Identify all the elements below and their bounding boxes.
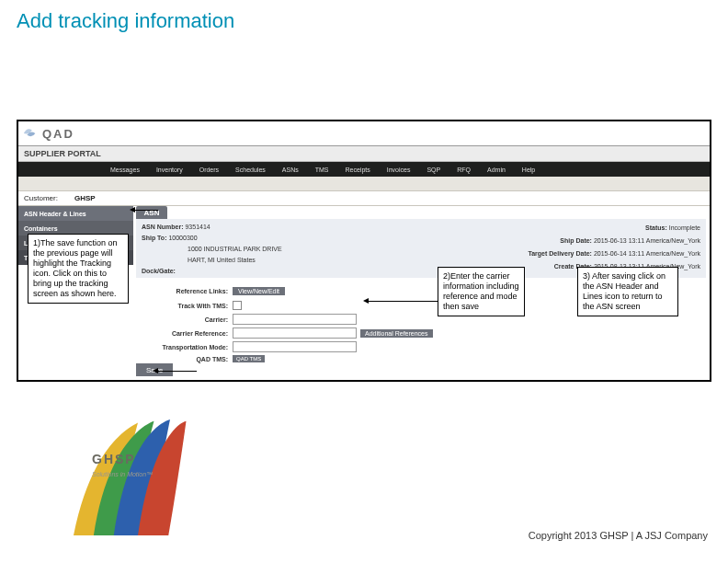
slide-title: Add tracking information: [17, 9, 234, 33]
qad-wordmark: QAD: [42, 127, 74, 141]
asn-tab[interactable]: ASN: [136, 206, 167, 219]
additional-references-button[interactable]: Additional References: [360, 329, 433, 338]
menu-messages[interactable]: Messages: [110, 167, 140, 173]
callout-2: 2)Enter the carrier information includin…: [438, 267, 525, 316]
carrier-input[interactable]: [233, 314, 357, 325]
arrow-to-save: [158, 371, 197, 372]
customer-value: GHSP: [74, 194, 96, 202]
ghsp-logo-text: GHSP: [92, 452, 136, 466]
menu-tms[interactable]: TMS: [315, 167, 329, 173]
supplier-portal-label: SUPPLIER PORTAL: [18, 146, 710, 162]
view-new-edit-button[interactable]: View/New/Edit: [233, 287, 285, 295]
arrow-to-carrier: [369, 301, 438, 302]
asn-left-block: ASN Number: 9351414 Ship To: 10000300 10…: [142, 222, 282, 277]
carrier-reference-label: Carrier Reference:: [136, 330, 233, 337]
track-with-tms-label: Track With TMS:: [136, 303, 233, 309]
qad-tms-label: QAD TMS:: [136, 356, 233, 362]
qad-tms-button[interactable]: QAD TMS: [233, 355, 265, 362]
callout-3: 3) After saving click on the ASN Header …: [577, 267, 678, 316]
track-with-tms-checkbox[interactable]: [233, 301, 242, 310]
menu-asns[interactable]: ASNs: [282, 167, 299, 173]
transportation-mode-input[interactable]: [233, 341, 357, 352]
qad-wake-icon: [22, 125, 39, 142]
menu-inventory[interactable]: Inventory: [156, 167, 183, 173]
carrier-label: Carrier:: [136, 316, 233, 323]
sidenav-asn-header[interactable]: ASN Header & Lines: [18, 206, 133, 221]
menu-schedules[interactable]: Schedules: [235, 167, 266, 173]
menu-rfq[interactable]: RFQ: [457, 167, 471, 173]
arrow-to-asn-header: [135, 210, 158, 211]
main-menu: Messages Inventory Orders Schedules ASNs…: [18, 162, 710, 177]
menu-sqp[interactable]: SQP: [427, 167, 440, 173]
menu-receipts[interactable]: Receipts: [346, 167, 370, 173]
breadcrumb-bar: [18, 177, 710, 191]
ghsp-tagline: Solutions in Motion™: [92, 471, 153, 477]
customer-label: Customer:: [24, 194, 58, 202]
menu-help[interactable]: Help: [522, 167, 535, 173]
transportation-mode-label: Transportation Mode:: [136, 344, 233, 350]
qad-header: QAD: [18, 121, 710, 146]
copyright: Copyright 2013 GHSP | A JSJ Company: [529, 530, 708, 541]
menu-invoices[interactable]: Invoices: [387, 167, 411, 173]
carrier-reference-input[interactable]: [233, 327, 357, 339]
menu-orders[interactable]: Orders: [199, 167, 219, 173]
customer-row: Customer: GHSP: [18, 191, 710, 206]
reference-links-label: Reference Links:: [136, 288, 233, 294]
callout-1: 1)The save function on the previous page…: [28, 234, 129, 304]
menu-admin[interactable]: Admin: [487, 167, 506, 173]
asn-right-block: Status: Incomplete Ship Date: 2015-06-13…: [528, 222, 700, 273]
